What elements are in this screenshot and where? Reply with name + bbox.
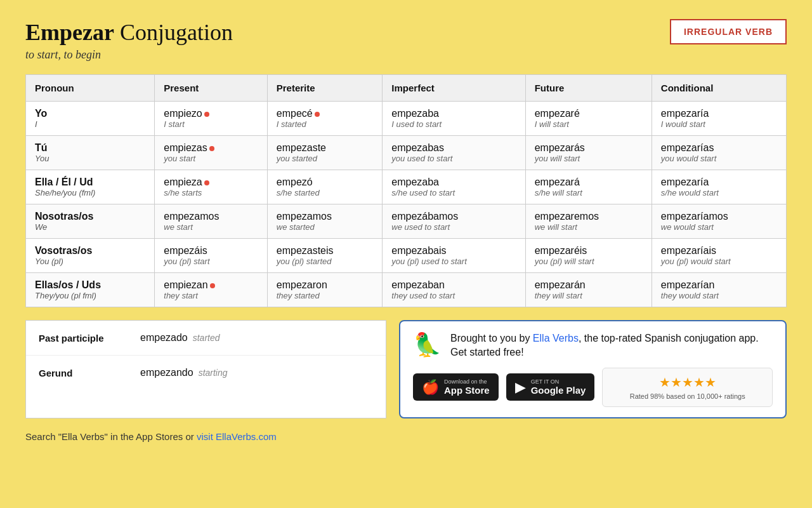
pronoun-cell: Ella / Él / UdShe/he/you (fml)	[26, 170, 155, 204]
promo-box: 🦜 Brought to you by Ella Verbs, the top-…	[399, 320, 787, 418]
gerund-label: Gerund	[39, 368, 140, 378]
future-cell: empezarás/he will start	[525, 170, 652, 204]
past-participle-label: Past participle	[39, 333, 140, 344]
ella-verbs-link[interactable]: Ella Verbs	[533, 333, 579, 344]
pronoun-cell: YoI	[26, 102, 155, 136]
future-cell: empezaréisyou (pl) will start	[525, 239, 652, 273]
conditional-cell: empezaríanthey would start	[652, 273, 786, 307]
table-row: Ellas/os / UdsThey/you (pl fml)empiezant…	[26, 273, 787, 307]
promo-top: 🦜 Brought to you by Ella Verbs, the top-…	[413, 331, 773, 360]
imperfect-cell: empezábamoswe used to start	[383, 204, 525, 239]
rating-box: ★★★★★ Rated 98% based on 10,000+ ratings	[602, 368, 773, 407]
promo-text: Brought to you by Ella Verbs, the top-ra…	[450, 331, 773, 360]
table-row: Nosotras/osWeempezamoswe startempezamosw…	[26, 204, 787, 239]
future-cell: empezaránthey will start	[525, 273, 652, 307]
imperfect-cell: empezabasyou used to start	[383, 136, 525, 170]
imperfect-cell: empezabas/he used to start	[383, 170, 525, 204]
preterite-cell: empezaronthey started	[267, 273, 383, 307]
google-play-text: GET IT ON Google Play	[531, 378, 586, 396]
table-row: TúYouempiezasyou startempezasteyou start…	[26, 136, 787, 170]
col-imperfect: Imperfect	[383, 75, 525, 102]
present-cell: empiezoI start	[155, 102, 267, 136]
future-cell: empezaréI will start	[525, 102, 652, 136]
page-title: Empezar Conjugation	[25, 19, 233, 46]
conditional-cell: empezaríasyou would start	[652, 136, 786, 170]
conjugation-table: Pronoun Present Preterite Imperfect Futu…	[25, 74, 787, 307]
title-block: Empezar Conjugation to start, to begin	[25, 19, 233, 62]
apple-icon: 🍎	[422, 379, 439, 396]
col-present: Present	[155, 75, 267, 102]
pronoun-cell: TúYou	[26, 136, 155, 170]
participle-table: Past participle empezadostarted Gerund e…	[25, 320, 386, 418]
table-row: Ella / Él / UdShe/he/you (fml)empiezas/h…	[26, 170, 787, 204]
promo-bottom: 🍎 Download on the App Store ▶ GET IT ON …	[413, 368, 773, 407]
conditional-cell: empezarías/he would start	[652, 170, 786, 204]
rating-text: Rated 98% based on 10,000+ ratings	[612, 392, 763, 400]
col-preterite: Preterite	[267, 75, 383, 102]
irregular-badge: IRREGULAR VERB	[670, 19, 787, 44]
conditional-cell: empezaríaisyou (pl) would start	[652, 239, 786, 273]
ella-verbs-website-link[interactable]: visit EllaVerbs.com	[197, 431, 277, 442]
present-cell: empiezanthey start	[155, 273, 267, 307]
preterite-cell: empezós/he started	[267, 170, 383, 204]
present-cell: empezamoswe start	[155, 204, 267, 239]
google-play-icon: ▶	[515, 379, 526, 396]
col-pronoun: Pronoun	[26, 75, 155, 102]
bottom-section: Past participle empezadostarted Gerund e…	[25, 320, 787, 418]
future-cell: empezarásyou will start	[525, 136, 652, 170]
preterite-cell: empezamoswe started	[267, 204, 383, 239]
preterite-cell: empecéI started	[267, 102, 383, 136]
pronoun-cell: Vosotras/osYou (pl)	[26, 239, 155, 273]
pronoun-cell: Nosotras/osWe	[26, 204, 155, 239]
conditional-cell: empezaríaI would start	[652, 102, 786, 136]
present-cell: empiezas/he starts	[155, 170, 267, 204]
imperfect-cell: empezabaI used to start	[383, 102, 525, 136]
page-subtitle: to start, to begin	[25, 48, 233, 62]
preterite-cell: empezasteyou started	[267, 136, 383, 170]
ella-verbs-icon: 🦜	[413, 331, 442, 358]
imperfect-cell: empezabaisyou (pl) used to start	[383, 239, 525, 273]
col-conditional: Conditional	[652, 75, 786, 102]
table-header-row: Pronoun Present Preterite Imperfect Futu…	[26, 75, 787, 102]
col-future: Future	[525, 75, 652, 102]
page-header: Empezar Conjugation to start, to begin I…	[25, 19, 787, 62]
pronoun-cell: Ellas/os / UdsThey/you (pl fml)	[26, 273, 155, 307]
past-participle-value: empezadostarted	[140, 332, 220, 344]
imperfect-cell: empezabanthey used to start	[383, 273, 525, 307]
google-play-button[interactable]: ▶ GET IT ON Google Play	[506, 373, 595, 401]
gerund-value: empezandostarting	[140, 367, 228, 378]
present-cell: empiezasyou start	[155, 136, 267, 170]
future-cell: empezaremoswe will start	[525, 204, 652, 239]
footer-text: Search "Ella Verbs" in the App Stores or…	[25, 431, 787, 442]
preterite-cell: empezasteisyou (pl) started	[267, 239, 383, 273]
table-row: YoIempiezoI startempecéI startedempezaba…	[26, 102, 787, 136]
past-participle-row: Past participle empezadostarted	[26, 321, 386, 356]
conditional-cell: empezaríamoswe would start	[652, 204, 786, 239]
present-cell: empezáisyou (pl) start	[155, 239, 267, 273]
app-store-button[interactable]: 🍎 Download on the App Store	[413, 373, 499, 401]
table-row: Vosotras/osYou (pl)empezáisyou (pl) star…	[26, 239, 787, 273]
gerund-row: Gerund empezandostarting	[26, 356, 386, 390]
apple-store-text: Download on the App Store	[444, 378, 490, 396]
star-rating: ★★★★★	[612, 375, 763, 390]
